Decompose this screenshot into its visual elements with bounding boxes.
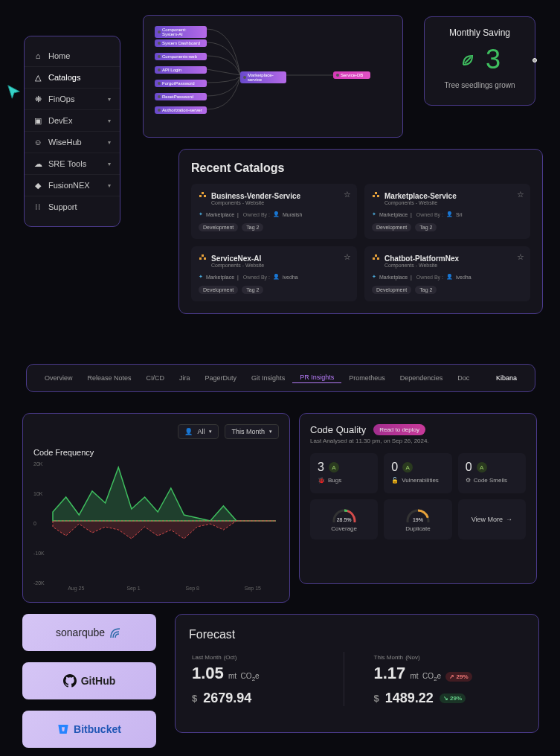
- tab-dependencies[interactable]: Dependencies: [393, 374, 451, 382]
- sidebar-item-support[interactable]: ⁝⁝ Support: [25, 196, 120, 217]
- code-frequency-title: Code Frequency: [33, 448, 279, 457]
- svg-rect-11: [377, 257, 379, 260]
- sidebar: ⌂ Home △ Catalogs ❋ FinOps ▾ ▣ DevEx ▾ ☺…: [24, 36, 120, 227]
- forecast-this-month: This Month (Nov) 1.17 mt CO2e ↗ 29% $ 14…: [344, 652, 526, 706]
- sidebar-item-catalogs[interactable]: △ Catalogs: [25, 67, 120, 89]
- tag[interactable]: Tag 2: [242, 286, 263, 294]
- star-icon[interactable]: ☆: [517, 252, 524, 262]
- diagram-node[interactable]: Authorization-server: [155, 106, 207, 114]
- diagram-node[interactable]: API Login: [155, 66, 207, 74]
- saving-subtitle: Tree seedlings grown: [435, 81, 524, 89]
- dependency-diagram: Component: System-AI System Dashboard Co…: [143, 15, 403, 138]
- sidebar-label: FusionNEX: [48, 181, 90, 190]
- code-frequency-panel: 👤All▾ This Month▾ Code Frequency 20K 10K…: [22, 413, 290, 603]
- chevron-down-icon: ▾: [108, 118, 111, 124]
- integration-github[interactable]: GitHub: [22, 662, 156, 699]
- component-icon: [199, 254, 207, 263]
- leaf-icon: [459, 50, 478, 69]
- filter-all-dropdown[interactable]: 👤All▾: [178, 424, 219, 439]
- tab-pr-insights[interactable]: PR Insights: [292, 374, 341, 383]
- tab-prometheus[interactable]: Prometheus: [341, 374, 393, 382]
- sidebar-item-finops[interactable]: ❋ FinOps ▾: [25, 89, 120, 110]
- sidebar-item-devex[interactable]: ▣ DevEx ▾: [25, 110, 120, 132]
- diagram-node[interactable]: System Dashboard: [155, 39, 207, 47]
- sidebar-label: Home: [48, 51, 70, 60]
- catalog-card[interactable]: ☆ Chatbot-PlatformNex Components - Websi…: [364, 246, 530, 301]
- catalog-card[interactable]: ☆ Marketplace-Service Components - Websi…: [364, 184, 530, 239]
- diagram-node-center[interactable]: Marketplace-service: [240, 71, 286, 83]
- support-icon: ⁝⁝: [33, 202, 42, 211]
- filter-period-dropdown[interactable]: This Month▾: [225, 424, 279, 439]
- sidebar-item-wisehub[interactable]: ☺ WiseHub ▾: [25, 132, 120, 153]
- sidebar-item-home[interactable]: ⌂ Home: [25, 45, 120, 67]
- svg-rect-7: [199, 257, 202, 260]
- svg-rect-4: [373, 195, 375, 197]
- metric-icon: 🔓: [391, 477, 399, 484]
- recent-catalogs-panel: Recent Catalogs ☆ Business-Vender-Servic…: [178, 149, 543, 314]
- arrow-right-icon: →: [506, 516, 512, 523]
- code-frequency-chart: 20K 10K 0 -10K -20K Aug 25 Sep 1 Sep 8 S…: [33, 461, 279, 580]
- diagram-node[interactable]: ResetPassword: [155, 93, 207, 100]
- catalog-card[interactable]: ☆ Business-Vender-Service Components - W…: [191, 184, 357, 239]
- star-icon[interactable]: ☆: [344, 190, 351, 199]
- tag[interactable]: Development: [372, 223, 411, 231]
- svg-rect-10: [373, 257, 375, 260]
- tab-kibana[interactable]: Kibana: [489, 374, 524, 382]
- code-quality-title: Code Quality: [310, 424, 366, 435]
- bitbucket-icon: [57, 723, 69, 735]
- tabs-bar: OverviewRelease NotesCI/CDJiraPagerDutyG…: [26, 364, 535, 392]
- tag[interactable]: Development: [372, 286, 411, 294]
- sidebar-label: Catalogs: [48, 73, 80, 82]
- component-icon: [372, 254, 381, 263]
- view-more-button[interactable]: View More →: [458, 499, 526, 539]
- saving-value: 3: [486, 44, 501, 75]
- diagram-node[interactable]: Component: System-AI: [155, 26, 207, 38]
- grade-badge: A: [329, 462, 339, 472]
- tag[interactable]: Development: [199, 223, 238, 231]
- diagram-node-right[interactable]: Service-DB: [333, 71, 370, 79]
- svg-rect-1: [199, 195, 202, 197]
- tab-pagerduty[interactable]: PagerDuty: [198, 374, 245, 382]
- code-quality-panel: Code Quality Read to deploy Last Analyse…: [299, 413, 537, 584]
- sidebar-item-sretools[interactable]: ☁ SRE Tools ▾: [25, 153, 120, 175]
- star-icon[interactable]: ☆: [517, 190, 524, 199]
- chevron-down-icon: ▾: [108, 182, 111, 189]
- star-icon[interactable]: ☆: [344, 252, 351, 262]
- diagram-node[interactable]: Components-web: [155, 53, 207, 60]
- tab-overview[interactable]: Overview: [37, 374, 80, 382]
- tag[interactable]: Development: [199, 286, 238, 294]
- tab-doc[interactable]: Doc: [450, 374, 477, 382]
- tab-release-notes[interactable]: Release Notes: [80, 374, 139, 382]
- person-icon: 👤: [446, 211, 453, 217]
- svg-rect-8: [204, 257, 206, 260]
- chevron-down-icon: ▾: [269, 429, 272, 435]
- tag[interactable]: Tag 2: [242, 223, 263, 231]
- grade-badge: A: [477, 462, 487, 472]
- fusionnex-icon: ◆: [33, 181, 42, 190]
- quality-metric-card: 3A 🐞Bugs: [310, 453, 378, 493]
- sidebar-label: WiseHub: [48, 138, 82, 147]
- catalog-card[interactable]: ☆ ServiceNex-AI Components - Website ✦ M…: [191, 246, 357, 301]
- github-icon: [63, 674, 77, 688]
- component-icon: [372, 191, 381, 200]
- finops-icon: ❋: [33, 94, 42, 103]
- tab-jira[interactable]: Jira: [172, 374, 198, 382]
- quality-metric-card: 0A 🔓Vulnerabilities: [384, 453, 451, 493]
- svg-rect-6: [202, 254, 204, 257]
- tag[interactable]: Tag 2: [415, 223, 437, 231]
- integration-sonarqube[interactable]: sonarqube: [22, 614, 156, 651]
- person-icon: 👤: [273, 274, 280, 280]
- sretools-icon: ☁: [33, 159, 42, 168]
- svg-rect-5: [377, 195, 379, 197]
- sidebar-label: Support: [48, 202, 77, 211]
- tag[interactable]: Tag 2: [415, 286, 437, 294]
- forecast-last-month: Last Month (Oct) 1.05 mt CO2e $ 2679.94: [189, 652, 344, 706]
- diagram-node[interactable]: ForgotPassword: [155, 80, 207, 87]
- catalogs-icon: △: [33, 73, 42, 82]
- tab-ci-cd[interactable]: CI/CD: [139, 374, 173, 382]
- sidebar-item-fusionnex[interactable]: ◆ FusionNEX ▾: [25, 175, 120, 196]
- integration-bitbucket[interactable]: Bitbucket: [22, 711, 156, 748]
- forecast-title: Forecast: [189, 628, 525, 641]
- chevron-down-icon: ▾: [108, 96, 111, 103]
- tab-git-insights[interactable]: Git Insights: [244, 374, 292, 382]
